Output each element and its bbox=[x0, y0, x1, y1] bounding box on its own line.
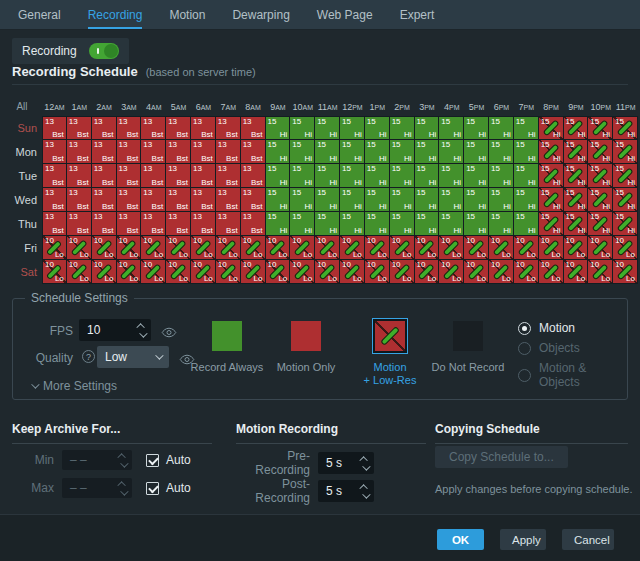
quality-help-icon[interactable]: ? bbox=[82, 350, 95, 363]
post-recording-spinner[interactable]: 5 s bbox=[318, 480, 374, 502]
schedule-cell-sun-5am[interactable]: 13Bst bbox=[166, 116, 191, 140]
brush-always[interactable]: Record Always bbox=[185, 315, 269, 374]
schedule-cell-tue-4pm[interactable]: 15Hi bbox=[439, 164, 464, 188]
more-settings-toggle[interactable]: More Settings bbox=[31, 379, 117, 393]
schedule-cell-fri-1am[interactable]: 10Lo bbox=[67, 236, 92, 260]
grid-col-label-1am[interactable]: 1AM bbox=[67, 102, 92, 112]
auto-checkbox[interactable] bbox=[146, 454, 159, 467]
schedule-cell-sat-8am[interactable]: 10Lo bbox=[241, 260, 266, 284]
schedule-cell-sun-10pm[interactable]: 15Hi bbox=[588, 116, 613, 140]
schedule-cell-wed-4am[interactable]: 13Bst bbox=[141, 188, 166, 212]
fps-spinner-arrows[interactable] bbox=[139, 323, 145, 338]
grid-col-label-12am[interactable]: 12AM bbox=[42, 102, 67, 112]
schedule-cell-tue-4am[interactable]: 13Bst bbox=[141, 164, 166, 188]
schedule-cell-tue-2pm[interactable]: 15Hi bbox=[390, 164, 415, 188]
grid-col-label-12pm[interactable]: 12PM bbox=[340, 102, 365, 112]
schedule-cell-tue-10am[interactable]: 15Hi bbox=[290, 164, 315, 188]
schedule-cell-wed-4pm[interactable]: 15Hi bbox=[439, 188, 464, 212]
ok-button[interactable]: OK bbox=[437, 529, 484, 550]
grid-col-label-5pm[interactable]: 5PM bbox=[464, 102, 489, 112]
grid-row-label-fri[interactable]: Fri bbox=[2, 242, 42, 254]
schedule-cell-sun-9am[interactable]: 15Hi bbox=[266, 116, 291, 140]
schedule-cell-mon-3am[interactable]: 13Bst bbox=[117, 140, 142, 164]
grid-col-label-4am[interactable]: 4AM bbox=[141, 102, 166, 112]
schedule-cell-mon-1am[interactable]: 13Bst bbox=[67, 140, 92, 164]
schedule-cell-wed-10am[interactable]: 15Hi bbox=[290, 188, 315, 212]
pre-recording-spinner[interactable]: 5 s bbox=[318, 452, 374, 474]
schedule-cell-fri-9pm[interactable]: 10Lo bbox=[564, 236, 589, 260]
schedule-cell-fri-8pm[interactable]: 10Lo bbox=[539, 236, 564, 260]
schedule-cell-sat-11am[interactable]: 10Lo bbox=[315, 260, 340, 284]
grid-col-label-10pm[interactable]: 10PM bbox=[588, 102, 613, 112]
schedule-cell-fri-4pm[interactable]: 10Lo bbox=[439, 236, 464, 260]
schedule-cell-mon-8pm[interactable]: 15Hi bbox=[539, 140, 564, 164]
brush-motion[interactable]: Motion Only bbox=[264, 315, 348, 374]
grid-col-label-3pm[interactable]: 3PM bbox=[415, 102, 440, 112]
schedule-cell-tue-1am[interactable]: 13Bst bbox=[67, 164, 92, 188]
schedule-cell-sun-1am[interactable]: 13Bst bbox=[67, 116, 92, 140]
schedule-cell-tue-1pm[interactable]: 15Hi bbox=[365, 164, 390, 188]
schedule-cell-mon-4pm[interactable]: 15Hi bbox=[439, 140, 464, 164]
schedule-cell-wed-2pm[interactable]: 15Hi bbox=[390, 188, 415, 212]
schedule-cell-tue-5am[interactable]: 13Bst bbox=[166, 164, 191, 188]
schedule-cell-mon-12am[interactable]: 13Bst bbox=[42, 140, 67, 164]
grid-col-label-10am[interactable]: 10AM bbox=[290, 102, 315, 112]
schedule-cell-thu-12pm[interactable]: 15Hi bbox=[340, 212, 365, 236]
tab-general[interactable]: General bbox=[18, 0, 61, 29]
schedule-cell-tue-3pm[interactable]: 15Hi bbox=[415, 164, 440, 188]
radio-button-icon[interactable] bbox=[518, 322, 531, 335]
schedule-cell-fri-5pm[interactable]: 10Lo bbox=[464, 236, 489, 260]
schedule-cell-thu-7pm[interactable]: 15Hi bbox=[514, 212, 539, 236]
schedule-cell-sun-9pm[interactable]: 15Hi bbox=[564, 116, 589, 140]
grid-row-label-tue[interactable]: Tue bbox=[2, 170, 42, 182]
schedule-cell-sat-3pm[interactable]: 10Lo bbox=[415, 260, 440, 284]
schedule-cell-wed-7pm[interactable]: 15Hi bbox=[514, 188, 539, 212]
schedule-cell-sun-5pm[interactable]: 15Hi bbox=[464, 116, 489, 140]
schedule-cell-sat-5am[interactable]: 10Lo bbox=[166, 260, 191, 284]
schedule-cell-mon-5am[interactable]: 13Bst bbox=[166, 140, 191, 164]
radio-motion[interactable]: Motion bbox=[518, 321, 627, 335]
schedule-cell-tue-10pm[interactable]: 15Hi bbox=[588, 164, 613, 188]
schedule-cell-wed-7am[interactable]: 13Bst bbox=[216, 188, 241, 212]
schedule-cell-wed-1am[interactable]: 13Bst bbox=[67, 188, 92, 212]
brush-motion-lowres[interactable]: Motion+ Low-Res bbox=[348, 315, 432, 387]
schedule-cell-sat-7am[interactable]: 10Lo bbox=[216, 260, 241, 284]
tab-motion[interactable]: Motion bbox=[169, 0, 205, 29]
schedule-cell-thu-8am[interactable]: 13Bst bbox=[241, 212, 266, 236]
schedule-cell-thu-9pm[interactable]: 15Hi bbox=[564, 212, 589, 236]
grid-col-label-5am[interactable]: 5AM bbox=[166, 102, 191, 112]
brush-none[interactable]: Do Not Record bbox=[426, 315, 510, 374]
schedule-cell-wed-6am[interactable]: 13Bst bbox=[191, 188, 216, 212]
schedule-cell-sun-12am[interactable]: 13Bst bbox=[42, 116, 67, 140]
schedule-cell-wed-3am[interactable]: 13Bst bbox=[117, 188, 142, 212]
grid-col-label-2pm[interactable]: 2PM bbox=[390, 102, 415, 112]
schedule-cell-fri-7am[interactable]: 10Lo bbox=[216, 236, 241, 260]
schedule-cell-mon-10pm[interactable]: 15Hi bbox=[588, 140, 613, 164]
schedule-cell-mon-2pm[interactable]: 15Hi bbox=[390, 140, 415, 164]
schedule-cell-fri-9am[interactable]: 10Lo bbox=[266, 236, 291, 260]
grid-col-label-11am[interactable]: 11AM bbox=[315, 102, 340, 112]
schedule-cell-thu-7am[interactable]: 13Bst bbox=[216, 212, 241, 236]
schedule-cell-tue-12pm[interactable]: 15Hi bbox=[340, 164, 365, 188]
schedule-cell-sat-1pm[interactable]: 10Lo bbox=[365, 260, 390, 284]
schedule-cell-wed-11pm[interactable]: 15Hi bbox=[613, 188, 638, 212]
schedule-cell-wed-8pm[interactable]: 15Hi bbox=[539, 188, 564, 212]
schedule-cell-sat-10am[interactable]: 10Lo bbox=[290, 260, 315, 284]
schedule-cell-fri-10pm[interactable]: 10Lo bbox=[588, 236, 613, 260]
schedule-cell-sat-2pm[interactable]: 10Lo bbox=[390, 260, 415, 284]
grid-col-label-7am[interactable]: 7AM bbox=[216, 102, 241, 112]
tab-expert[interactable]: Expert bbox=[400, 0, 435, 29]
schedule-cell-wed-2am[interactable]: 13Bst bbox=[92, 188, 117, 212]
schedule-cell-tue-6am[interactable]: 13Bst bbox=[191, 164, 216, 188]
schedule-cell-sun-2am[interactable]: 13Bst bbox=[92, 116, 117, 140]
schedule-cell-sat-10pm[interactable]: 10Lo bbox=[588, 260, 613, 284]
schedule-cell-tue-6pm[interactable]: 15Hi bbox=[489, 164, 514, 188]
schedule-cell-fri-10am[interactable]: 10Lo bbox=[290, 236, 315, 260]
schedule-cell-sat-11pm[interactable]: 10Lo bbox=[613, 260, 638, 284]
schedule-cell-mon-3pm[interactable]: 15Hi bbox=[415, 140, 440, 164]
schedule-cell-mon-5pm[interactable]: 15Hi bbox=[464, 140, 489, 164]
auto-checkbox[interactable] bbox=[146, 482, 159, 495]
grid-col-label-9pm[interactable]: 9PM bbox=[564, 102, 589, 112]
schedule-cell-fri-6pm[interactable]: 10Lo bbox=[489, 236, 514, 260]
grid-row-label-mon[interactable]: Mon bbox=[2, 146, 42, 158]
